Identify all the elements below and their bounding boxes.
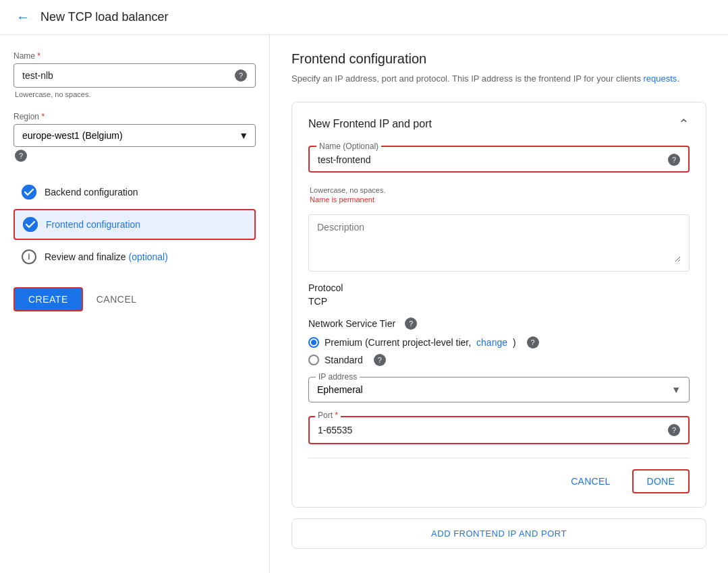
page-container: ← New TCP load balancer Name * ? Lowerca…	[0, 0, 728, 573]
ip-address-select[interactable]: Ephemeral Create IP address	[309, 378, 689, 402]
step-frontend-label: Frontend configuration	[46, 219, 140, 230]
card-name-input-row: ?	[318, 154, 680, 166]
region-field-label: Region *	[13, 112, 256, 121]
frontend-description: Specify an IP address, port and protocol…	[291, 72, 696, 86]
cancel-button-left[interactable]: CANCEL	[94, 289, 140, 310]
region-select[interactable]: europe-west1 (Belgium) us-central1 (Iowa…	[14, 125, 255, 146]
standard-label: Standard	[325, 355, 363, 365]
premium-help-icon[interactable]: ?	[527, 336, 539, 349]
premium-radio[interactable]	[308, 337, 319, 348]
step-backend-label: Backend configuration	[45, 187, 138, 198]
name-input[interactable]	[22, 70, 229, 81]
done-button[interactable]: DONE	[632, 469, 690, 493]
page-title: New TCP load balancer	[40, 10, 168, 24]
main-layout: Name * ? Lowercase, no spaces. Region * …	[0, 35, 728, 573]
svg-point-0	[22, 185, 36, 200]
port-label: Port *	[315, 411, 341, 420]
network-tier-section: Network Service Tier ? Premium (Current …	[308, 318, 690, 366]
name-field-group: Name * ? Lowercase, no spaces.	[13, 51, 256, 98]
create-button[interactable]: CREATE	[13, 287, 83, 311]
port-input[interactable]	[318, 425, 663, 435]
ip-address-section: IP address Ephemeral Create IP address ▼	[308, 377, 690, 402]
step-review-label: Review and finalize (optional)	[45, 251, 168, 262]
card-title: New Frontend IP and port	[308, 118, 432, 130]
frontend-card: New Frontend IP and port ⌃ Name (Optiona…	[291, 102, 706, 508]
port-section: Port * ?	[308, 416, 690, 444]
card-footer: CANCEL DONE	[308, 458, 690, 493]
name-help-icon[interactable]: ?	[235, 69, 247, 82]
step-review[interactable]: i Review and finalize (optional)	[13, 243, 256, 271]
network-tier-label: Network Service Tier ?	[308, 318, 690, 330]
header: ← New TCP load balancer	[0, 0, 728, 35]
standard-radio[interactable]	[308, 355, 319, 365]
description-textarea[interactable]	[317, 222, 681, 262]
port-input-row: ?	[318, 424, 680, 436]
ip-dropdown-wrapper: IP address Ephemeral Create IP address ▼	[308, 377, 690, 402]
step-review-icon: i	[22, 249, 36, 264]
protocol-value: TCP	[308, 296, 690, 307]
premium-tier-row: Premium (Current project-level tier, cha…	[308, 336, 690, 349]
card-name-hint: Lowercase, no spaces.	[308, 186, 690, 194]
port-help-icon[interactable]: ?	[668, 424, 680, 436]
region-field-group: Region * europe-west1 (Belgium) us-centr…	[13, 112, 256, 162]
left-panel-buttons: CREATE CANCEL	[13, 287, 256, 311]
name-hint: Lowercase, no spaces.	[13, 90, 256, 98]
change-link[interactable]: change	[476, 337, 507, 348]
card-name-input[interactable]	[318, 154, 663, 165]
standard-tier-row: Standard ?	[308, 354, 690, 366]
port-input-wrapper: Port * ?	[308, 416, 690, 444]
step-frontend-icon	[23, 217, 38, 232]
region-dropdown-wrapper: europe-west1 (Belgium) us-central1 (Iowa…	[13, 124, 256, 147]
premium-label: Premium (Current project-level tier,	[325, 337, 471, 348]
back-button[interactable]: ←	[16, 9, 30, 25]
card-name-help-icon[interactable]: ?	[668, 154, 680, 166]
step-backend[interactable]: Backend configuration	[13, 178, 256, 206]
left-panel: Name * ? Lowercase, no spaces. Region * …	[0, 35, 270, 573]
step-backend-icon	[22, 185, 36, 200]
standard-help-icon[interactable]: ?	[374, 354, 386, 366]
right-panel: Frontend configuration Specify an IP add…	[270, 35, 728, 573]
add-frontend-button[interactable]: ADD FRONTEND IP AND PORT	[291, 518, 706, 549]
checkmark-icon-2	[23, 217, 38, 232]
card-name-permanent: Name is permanent	[308, 195, 690, 204]
name-field-label: Name *	[13, 51, 256, 61]
protocol-label: Protocol	[308, 282, 690, 293]
frontend-title: Frontend configuration	[291, 51, 706, 67]
cancel-button-card[interactable]: CANCEL	[560, 471, 621, 492]
card-name-wrapper: Name (Optional) ?	[308, 146, 690, 173]
region-help-icon[interactable]: ?	[15, 150, 27, 162]
requests-link[interactable]: requests	[644, 73, 677, 84]
protocol-section: Protocol TCP	[308, 282, 690, 307]
name-input-wrapper: ?	[13, 63, 256, 88]
step-frontend[interactable]: Frontend configuration	[13, 209, 256, 240]
steps: Backend configuration Frontend configura…	[13, 178, 256, 271]
description-field-wrapper	[308, 214, 690, 272]
network-tier-help-icon[interactable]: ?	[405, 318, 417, 330]
ip-floating-label: IP address	[316, 372, 360, 382]
checkmark-icon	[22, 185, 36, 200]
card-header: New Frontend IP and port ⌃	[308, 116, 690, 132]
collapse-icon[interactable]: ⌃	[678, 116, 690, 132]
description-field	[308, 214, 690, 272]
card-name-label: Name (Optional)	[316, 142, 381, 151]
svg-point-1	[23, 217, 38, 232]
